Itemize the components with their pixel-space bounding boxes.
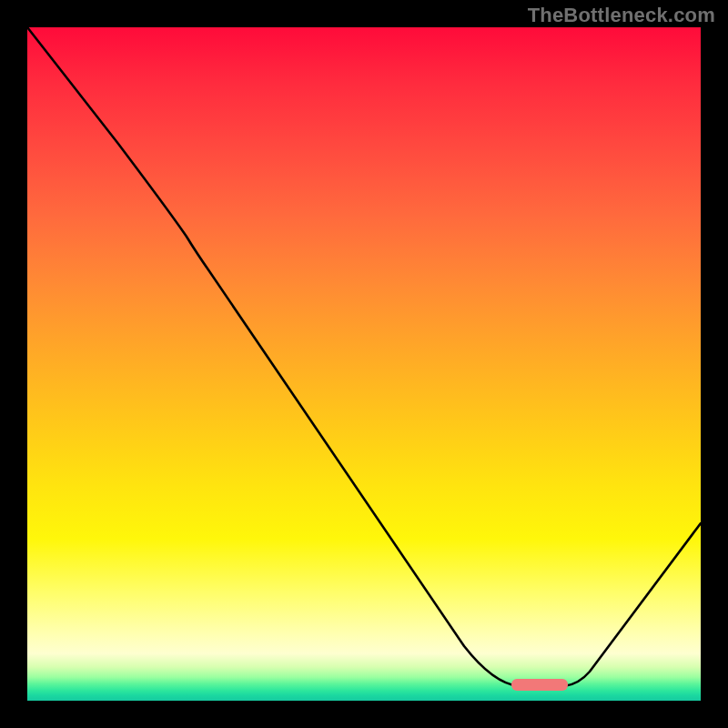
curve-layer [27, 27, 701, 701]
bottleneck-curve [27, 27, 701, 686]
plot-area [27, 27, 701, 701]
watermark-text: TheBottleneck.com [528, 4, 715, 27]
optimal-marker [511, 679, 568, 691]
chart-container: TheBottleneck.com [0, 0, 728, 728]
